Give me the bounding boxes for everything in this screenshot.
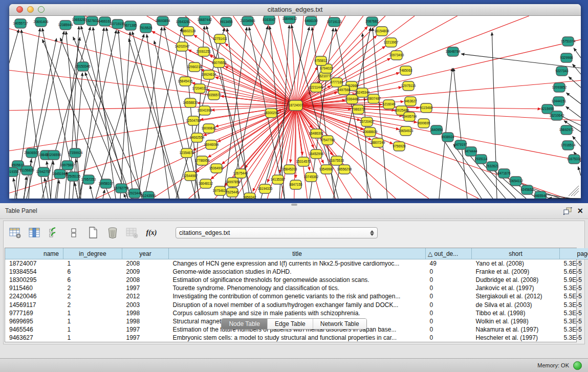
table-cell: Jankovic et al. (1997) (472, 284, 560, 292)
splitter-handle[interactable] (291, 204, 297, 206)
graph-node-label: 15845203 (282, 167, 297, 171)
zoom-window-icon[interactable] (38, 6, 45, 13)
graph-node-label: 8215955 (541, 107, 554, 111)
graph-node-label: 16452998 (309, 152, 324, 156)
graph-node-label: 17359924 (68, 151, 83, 155)
table-cell: 19384554 (5, 268, 63, 276)
column-header-in_degree[interactable]: in_degree (63, 248, 122, 259)
graph-node-label: 7515525 (139, 26, 153, 30)
column-header-pagerank[interactable]: pagerank (560, 248, 588, 259)
table-row[interactable]: 1456911722003Disruption of a novel membe… (5, 300, 588, 309)
graph-node-label: 17547789 (320, 138, 335, 142)
table-panel-header[interactable]: Table Panel × (0, 203, 588, 219)
table-row[interactable]: 2242004622012Investigating the contribut… (5, 292, 588, 300)
table-row[interactable]: 911546021997Tourette syndrome. Phenomeno… (5, 284, 588, 292)
function-builder-icon[interactable]: f(x) (145, 226, 158, 239)
table-row[interactable]: 1830029562008Estimation of significance … (5, 276, 588, 284)
network-view[interactable]: 1405571720691406123859441065328715276026… (9, 16, 581, 199)
graph-node-label: 9856342 (243, 195, 256, 199)
graph-node-label: 20206556 (47, 153, 61, 157)
graph-node-label: 6794022 (320, 67, 333, 70)
table-header-row: namein_degreeyeartitle△ out_de...shortpa… (5, 248, 588, 259)
graph-node-label: 12354678 (180, 151, 194, 155)
delete-column-trash-icon[interactable] (106, 226, 119, 239)
tab-edge-table[interactable]: Edge Table (267, 319, 313, 329)
float-window-icon[interactable] (563, 207, 572, 215)
table-cell: 0 (426, 284, 472, 292)
table-cell: 5.3E-5 (560, 259, 588, 268)
graph-node-label: 20691406 (34, 20, 49, 24)
graph-node-label: 16210643 (550, 114, 564, 117)
graph-node-label: 10025488 (395, 108, 409, 112)
graph-node-label: 14662554 (190, 136, 205, 139)
show-columns-checklist-icon[interactable] (48, 226, 61, 239)
graph-node-label: 16648112 (199, 182, 213, 185)
graph-node-label: 12093852 (552, 85, 567, 89)
table-cell: 18724007 (5, 259, 63, 268)
graph-node-label: 16648784 (446, 50, 461, 53)
graph-node-label: 14997856 (226, 180, 241, 184)
table-cell: 2008 (122, 259, 169, 268)
column-header-out_de[interactable]: △ out_de... (426, 248, 472, 259)
table-cell: 0 (426, 300, 472, 309)
graph-node-label: 19356577 (207, 93, 222, 97)
new-table-icon[interactable] (86, 226, 100, 239)
graph-node-label: 10807487 (366, 97, 381, 100)
table-cell: Genome-wide association studies in ADHD. (169, 268, 426, 276)
graph-node-label: 9474444 (464, 149, 477, 153)
graph-node-label: 11156829 (20, 168, 34, 172)
graph-node-label: 18556298 (337, 167, 352, 171)
column-header-short[interactable]: short (472, 248, 560, 259)
graph-node-label: 21243556 (141, 194, 156, 198)
table-row[interactable]: 946362711997Embryonic stem cells: a mode… (5, 334, 588, 342)
column-header-year[interactable]: year (122, 248, 169, 259)
graph-node-label: 6497568 (337, 88, 351, 92)
network-canvas[interactable]: 1405571720691406123859441065328715276026… (9, 16, 581, 199)
graph-node-label: 7632621 (486, 164, 499, 168)
table-row[interactable]: 977716911998Corpus callosum shape and si… (5, 309, 588, 317)
graph-node-label: 17204022 (192, 86, 207, 90)
graph-node-label: 9671385 (124, 24, 137, 27)
graph-node-label: 16687442 (198, 18, 212, 21)
table-cell: 14569117 (5, 300, 63, 309)
graph-node-label: 9329966 (560, 56, 573, 59)
close-panel-icon[interactable]: × (577, 207, 583, 215)
column-header-title[interactable]: title (169, 248, 426, 259)
graph-node-label: 9115460 (420, 106, 433, 110)
graph-node-label: 12544987 (183, 174, 198, 178)
graph-node-label: 17957253 (81, 178, 96, 181)
window-titlebar[interactable]: citations_edges.txt (9, 4, 581, 16)
graph-node-label: 8471676 (497, 171, 511, 175)
graph-node-label: 7625445 (226, 190, 239, 194)
graph-node-label: 18693854 (156, 19, 170, 23)
column-header-name[interactable]: name (5, 248, 63, 259)
graph-node-label: 16194335 (258, 187, 273, 190)
table-panel-body: f(x) citations_edges.txt namein_degreeye… (3, 221, 585, 344)
table-row[interactable]: 1938455462009Genome-wide association stu… (5, 268, 588, 276)
table-settings-icon[interactable] (9, 226, 22, 239)
graph-node-label: 19099846 (202, 126, 216, 130)
graph-node-label: 9755812 (314, 59, 328, 62)
graph-node-label: 12385944 (58, 23, 73, 27)
graph-node-label: 16946084 (204, 143, 219, 146)
table-row[interactable]: 1872400712008Changes of HCN gene express… (5, 259, 588, 268)
delete-table-icon[interactable] (125, 226, 139, 239)
select-columns-icon[interactable] (28, 226, 41, 239)
network-table-select[interactable]: citations_edges.txt (176, 227, 378, 238)
minimize-window-icon[interactable] (27, 6, 34, 13)
graph-node-label: 19654923 (399, 129, 413, 133)
memory-status-dot[interactable] (573, 361, 582, 370)
tab-node-table[interactable]: Node Table (222, 319, 267, 329)
table-cell: de Silva et al. (2003) (472, 300, 560, 309)
tab-network-table[interactable]: Network Table (313, 319, 366, 329)
graph-node-label: 9913455 (220, 20, 233, 24)
graph-node-label: 10654112 (509, 179, 524, 183)
table-cell: 5.3E-5 (560, 334, 588, 342)
close-window-icon[interactable] (16, 6, 23, 13)
table-cell: 2 (63, 300, 122, 309)
graph-node-label: 12975115 (401, 84, 416, 87)
graph-node-label: 14055717 (13, 21, 28, 25)
table-cell: 2009 (122, 268, 169, 276)
rows-icon[interactable] (67, 226, 80, 239)
graph-node-label: 7986372 (352, 107, 365, 111)
